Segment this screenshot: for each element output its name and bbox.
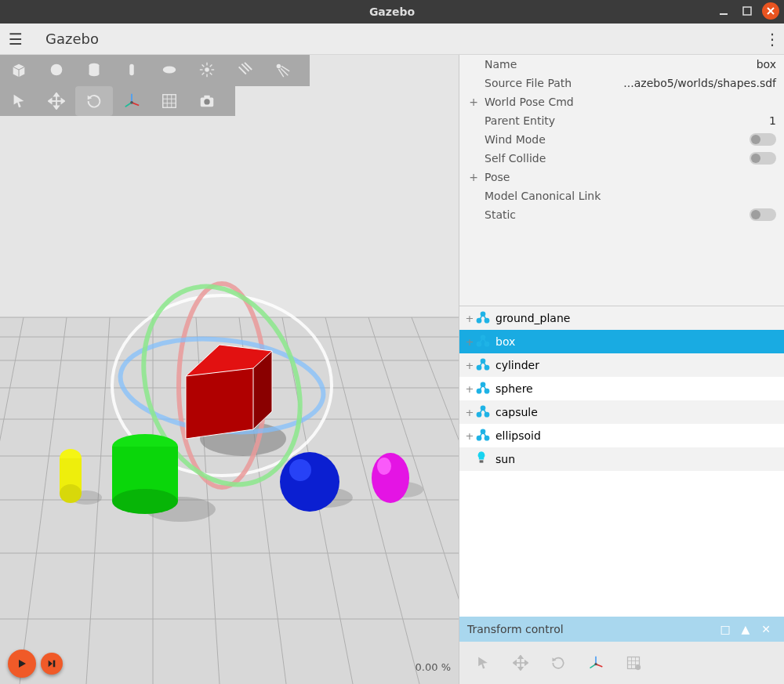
expand-icon[interactable]: +: [464, 313, 475, 324]
svg-line-60: [202, 65, 205, 67]
static-toggle[interactable]: [750, 208, 776, 221]
transform-control-title: Transform control: [467, 623, 715, 635]
tree-row-box[interactable]: + box: [459, 330, 784, 353]
expand-icon[interactable]: +: [464, 336, 475, 348]
self-collide-toggle[interactable]: [750, 152, 776, 165]
tree-label: cylinder: [495, 359, 539, 371]
svg-marker-129: [519, 668, 523, 670]
viewport-3d[interactable]: 0.00 %: [0, 55, 459, 684]
tree-label: sun: [495, 453, 515, 465]
svg-marker-74: [54, 93, 59, 96]
entity-tree: + ground_plane + box + cylinder + sphere…: [459, 306, 784, 603]
expand-icon[interactable]: +: [464, 383, 475, 395]
tc-translate-icon[interactable]: [502, 646, 539, 680]
hamburger-menu-icon[interactable]: ☰: [0, 30, 31, 49]
svg-marker-34: [186, 368, 253, 439]
manipulate-toolbar: [0, 86, 235, 116]
tree-row-capsule[interactable]: + capsule: [459, 400, 784, 424]
svg-marker-91: [19, 660, 26, 668]
translate-tool-icon[interactable]: [38, 86, 75, 116]
prop-name: Name box: [459, 55, 784, 74]
minimize-button[interactable]: [715, 2, 732, 20]
prop-source: Source File Path ...azebo5/worlds/shapes…: [459, 74, 784, 92]
wind-mode-toggle[interactable]: [750, 133, 776, 146]
svg-marker-92: [49, 660, 53, 668]
expand-icon[interactable]: +: [464, 430, 475, 442]
expand-icon[interactable]: +: [464, 360, 475, 371]
svg-marker-71: [14, 95, 24, 108]
transform-tools: [459, 642, 784, 684]
play-button[interactable]: [8, 650, 36, 678]
expand-icon[interactable]: +: [467, 96, 480, 108]
transform-dock-icon[interactable]: □: [715, 623, 735, 635]
model-icon: [475, 381, 492, 397]
step-button[interactable]: [41, 653, 63, 675]
svg-marker-128: [519, 656, 523, 658]
prop-wind-mode: Wind Mode: [459, 130, 784, 149]
prop-source-label: Source File Path: [485, 77, 572, 89]
tree-label: sphere: [495, 382, 533, 395]
model-icon: [475, 310, 492, 327]
tree-row-sun[interactable]: sun: [459, 447, 784, 471]
app-title: Gazebo: [45, 31, 99, 47]
transform-close-icon[interactable]: ✕: [756, 623, 776, 635]
svg-line-62: [202, 73, 205, 75]
svg-rect-124: [480, 460, 484, 462]
expand-icon[interactable]: +: [467, 171, 480, 183]
grid-config-icon[interactable]: [151, 86, 188, 116]
insert-directional-light-icon[interactable]: [226, 55, 263, 85]
tc-frame-icon[interactable]: [577, 646, 615, 680]
svg-marker-75: [54, 106, 59, 109]
tree-row-cylinder[interactable]: + cylinder: [459, 353, 784, 377]
svg-marker-130: [514, 661, 516, 665]
prop-pose[interactable]: + Pose: [459, 168, 784, 186]
tree-row-sphere[interactable]: + sphere: [459, 377, 784, 400]
insert-point-light-icon[interactable]: [188, 55, 226, 85]
insert-cylinder-icon[interactable]: [75, 55, 113, 85]
tree-label: box: [495, 335, 515, 348]
svg-point-67: [277, 64, 281, 69]
transform-control-header: Transform control □ ▲ ✕: [459, 617, 784, 642]
svg-rect-53: [129, 64, 134, 76]
insert-spot-light-icon[interactable]: [263, 55, 301, 85]
insert-sphere-icon[interactable]: [38, 55, 75, 85]
svg-marker-131: [525, 661, 528, 665]
rotate-tool-icon[interactable]: [75, 86, 113, 116]
svg-line-61: [210, 73, 212, 75]
select-tool-icon[interactable]: [0, 86, 38, 116]
transform-collapse-icon[interactable]: ▲: [735, 623, 756, 635]
scene-canvas[interactable]: [0, 55, 459, 684]
svg-rect-0: [720, 13, 728, 15]
tree-row-ellipsoid[interactable]: + ellipsoid: [459, 424, 784, 447]
svg-point-45: [372, 453, 409, 503]
svg-rect-93: [53, 660, 56, 668]
frame-tool-icon[interactable]: [113, 86, 151, 116]
screenshot-icon[interactable]: [188, 86, 226, 116]
prop-model-canonical-link: Model Canonical Link: [459, 186, 784, 205]
tree-label: ellipsoid: [495, 429, 541, 442]
svg-point-39: [112, 489, 178, 514]
kebab-menu-icon[interactable]: ⋮: [760, 30, 784, 49]
tree-label: capsule: [495, 406, 538, 418]
svg-marker-77: [61, 99, 64, 103]
prop-world-pose-cmd[interactable]: + World Pose Cmd: [459, 92, 784, 111]
right-sidebar: Name box Source File Path ...azebo5/worl…: [459, 55, 784, 684]
insert-box-icon[interactable]: [0, 55, 38, 85]
rtf-percent: 0.00 %: [416, 661, 451, 673]
insert-capsule-icon[interactable]: [113, 55, 151, 85]
tc-select-icon[interactable]: [464, 646, 502, 680]
svg-point-40: [280, 452, 339, 512]
close-button[interactable]: [762, 2, 779, 20]
maximize-button[interactable]: [739, 2, 756, 20]
tc-snap-icon[interactable]: [615, 646, 652, 680]
svg-point-142: [636, 665, 641, 671]
tc-rotate-icon[interactable]: [539, 646, 577, 680]
tree-row-ground-plane[interactable]: + ground_plane: [459, 306, 784, 330]
prop-name-label: Name: [485, 58, 517, 71]
expand-icon[interactable]: +: [464, 407, 475, 418]
svg-line-63: [210, 65, 212, 67]
model-icon: [475, 334, 492, 350]
prop-name-value: box: [517, 58, 776, 71]
window-title: Gazebo: [0, 5, 784, 18]
insert-ellipsoid-icon[interactable]: [151, 55, 188, 85]
